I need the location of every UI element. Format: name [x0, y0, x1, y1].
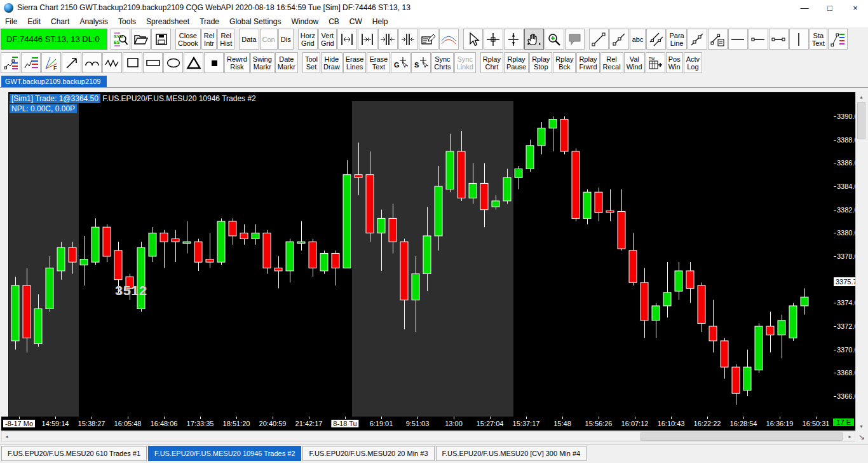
rel-recal-button[interactable]: RelRecal	[600, 52, 623, 73]
rel-intr-button[interactable]: RelIntr	[201, 29, 217, 50]
rel-hist-button[interactable]: RelHist	[217, 29, 234, 50]
scroll-down-arrow-icon[interactable]: ▾	[856, 422, 867, 431]
menu-spreadsheet[interactable]: Spreadsheet	[141, 17, 194, 27]
rplay-bck-button[interactable]: RplayBck	[553, 52, 576, 73]
menu-chart[interactable]: Chart	[46, 17, 74, 27]
erase-lines-button[interactable]: EraseLines	[343, 52, 367, 73]
zoom-tool-button[interactable]	[545, 29, 564, 50]
close-button[interactable]: ×	[843, 0, 868, 15]
trade-window-button[interactable]: TW	[646, 52, 665, 73]
chart-plot-area[interactable]: [Sim1] Trade: 1@3364.50 F.US.EPU20/F.US.…	[8, 92, 834, 417]
menu-cb[interactable]: CB	[323, 17, 344, 27]
menu-cw[interactable]: CW	[344, 17, 367, 27]
horizontal-segment-tool-button[interactable]	[769, 29, 789, 50]
chart-window-tab-3[interactable]: F.US.EPU20/F.US.MESU20 20 Min #3	[302, 446, 434, 461]
ellipse-tool-button[interactable]	[163, 52, 183, 73]
scroll-left-arrow-icon[interactable]: ◂	[2, 432, 11, 441]
price-axis[interactable]: 3375.75 3390.003388.003386.003384.003382…	[834, 92, 855, 417]
menu-tools[interactable]: Tools	[113, 17, 141, 27]
extending-line-tool-button[interactable]	[688, 29, 707, 50]
scroll-up-arrow-icon[interactable]: ▴	[856, 92, 867, 102]
ray-tool-button[interactable]	[609, 29, 629, 50]
sta-text-button[interactable]: StaText	[810, 29, 827, 50]
menu-trade[interactable]: Trade	[194, 17, 224, 27]
square-marker-tool-button[interactable]	[204, 52, 224, 73]
swing-markr-button[interactable]: SwingMarkr	[250, 52, 275, 73]
rplay-stop-button[interactable]: RplayStop	[529, 52, 552, 73]
increase-bar-spacing-button[interactable]	[337, 29, 357, 50]
pointer-tool-button[interactable]	[463, 29, 483, 50]
triangle-tool-button[interactable]	[184, 52, 203, 73]
fan-tool-button[interactable]: F	[41, 52, 61, 73]
horizontal-ray-tool-button[interactable]	[749, 29, 768, 50]
menu-help[interactable]: Help	[367, 17, 393, 27]
tool-set-button[interactable]: ToolSet	[302, 52, 320, 73]
vertical-line-tool-button[interactable]	[789, 29, 809, 50]
rplay-chrt-button[interactable]: RplayChrt	[480, 52, 503, 73]
pos-win-button[interactable]: PosWin	[666, 52, 683, 73]
crosshair-tool-button[interactable]	[484, 29, 503, 50]
resize-grip-icon[interactable]: ↘	[856, 431, 867, 442]
dis-button[interactable]: Dis	[278, 29, 294, 50]
minimize-button[interactable]: —	[792, 0, 817, 15]
global-crosshair-button[interactable]: G	[391, 52, 410, 73]
fib-zigzag-tool-button[interactable]	[21, 52, 41, 73]
rplay-frwrd-button[interactable]: RplayFrwrd	[576, 52, 599, 73]
para-line-button[interactable]: ParaLine	[667, 29, 686, 50]
sync-linkd-button[interactable]: SyncLinkd	[454, 52, 476, 73]
study-crosshair-button[interactable]: S	[411, 52, 431, 73]
trendline-tool-button[interactable]	[589, 29, 609, 50]
horizontal-scrollbar-thumb[interactable]	[641, 432, 843, 441]
fib-price-levels-tool-button[interactable]	[1, 52, 20, 73]
data-button[interactable]: Data	[239, 29, 259, 50]
chartbook-tab[interactable]: GWT.backup2109.backup2109	[1, 76, 107, 87]
chart-window-tab-4[interactable]: F.US.EPU20/F.US.MESU20 [CV] 300 Min #4	[436, 446, 587, 461]
maximize-button[interactable]: □	[817, 0, 843, 15]
rectangle-tool-button[interactable]	[123, 52, 142, 73]
horizontal-scrollbar[interactable]: ◂ ▸	[1, 431, 855, 442]
callout-tool-button[interactable]	[565, 29, 585, 50]
menu-analysis[interactable]: Analysis	[74, 17, 113, 27]
chart-window-tab-1[interactable]: F.US.EPU20/F.US.MESU20 610 Trades #1	[1, 446, 147, 461]
text-tool-button[interactable]: abc	[630, 29, 646, 50]
sync-chrts-button[interactable]: SyncChrts	[431, 52, 453, 73]
save-chartbook-button[interactable]	[151, 29, 171, 50]
vert-grid-button[interactable]: VertGrid	[318, 29, 337, 50]
line-calculator-tool-button[interactable]	[708, 29, 728, 50]
arrow-tool-button[interactable]	[62, 52, 81, 73]
con-button[interactable]: Con	[260, 29, 278, 50]
rplay-pause-button[interactable]: RplayPause	[504, 52, 529, 73]
menu-global-settings[interactable]: Global Settings	[224, 17, 286, 27]
open-chartbook-button[interactable]	[131, 29, 151, 50]
menu-window[interactable]: Window	[286, 17, 323, 27]
arc-tool-button[interactable]	[82, 52, 102, 73]
curve-tool-button[interactable]	[439, 29, 459, 50]
close-cbook-button[interactable]: CloseCbook	[175, 29, 201, 50]
rewrd-risk-button[interactable]: RewrdRisk	[224, 52, 250, 73]
decrease-bar-spacing-button[interactable]	[358, 29, 377, 50]
menu-file[interactable]: File	[0, 17, 22, 27]
scroll-right-arrow-icon[interactable]: ▸	[845, 432, 855, 441]
horizontal-line-tool-button[interactable]	[728, 29, 748, 50]
hide-draw-button[interactable]: HideDraw	[321, 52, 342, 73]
candlestick-chart[interactable]	[8, 92, 834, 417]
vertical-scrollbar[interactable]: ▴ ▾	[855, 92, 867, 431]
val-wind-button[interactable]: ValWind	[624, 52, 645, 73]
actv-log-button[interactable]: ActvLog	[684, 52, 702, 73]
chart-notes-button[interactable]	[419, 29, 438, 50]
chart-window-tab-2[interactable]: F.US.EPU20/F.US.MESU20 10946 Trades #2	[148, 446, 301, 461]
symbol-search-button[interactable]: SYMES	[111, 29, 130, 50]
erase-text-button[interactable]: EraseText	[367, 52, 390, 73]
horz-grid-button[interactable]: HorzGrid	[298, 29, 318, 50]
zigzag-tool-button[interactable]	[102, 52, 122, 73]
decrease-bar-width-button[interactable]	[398, 29, 418, 50]
fib-retracement-tool-button[interactable]	[828, 29, 848, 50]
increase-bar-width-button[interactable]	[378, 29, 398, 50]
date-markr-button[interactable]: DateMarkr	[275, 52, 298, 73]
menu-edit[interactable]: Edit	[22, 17, 46, 27]
hand-drag-tool-button[interactable]	[524, 29, 544, 50]
parallel-lines-tool-button[interactable]	[646, 29, 666, 50]
vertical-scrollbar-thumb[interactable]	[857, 102, 865, 139]
price-marker-tool-button[interactable]	[504, 29, 524, 50]
time-axis[interactable]: 17 E -8-17 Mo14:59:1415:38:2716:05:4816:…	[1, 417, 855, 431]
